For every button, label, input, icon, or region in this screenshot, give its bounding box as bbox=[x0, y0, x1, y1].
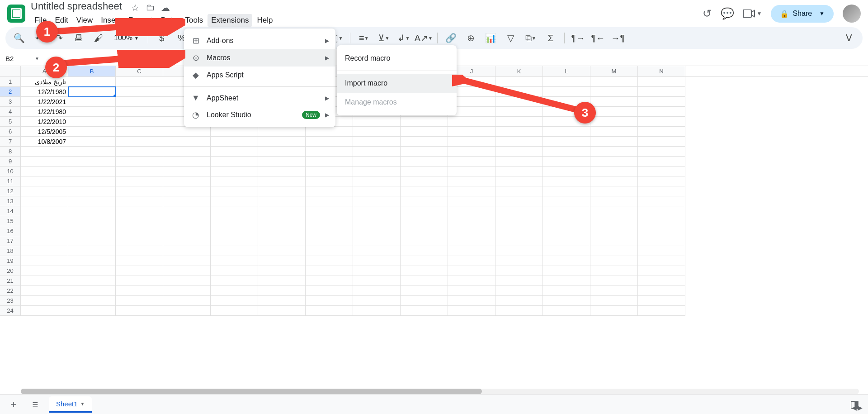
cell[interactable] bbox=[68, 157, 116, 167]
cell[interactable] bbox=[543, 236, 590, 246]
meet-button[interactable]: ▼ bbox=[743, 10, 762, 18]
cell[interactable] bbox=[258, 186, 306, 196]
cell[interactable] bbox=[258, 137, 306, 147]
cell[interactable] bbox=[401, 196, 448, 206]
cell[interactable] bbox=[401, 186, 448, 196]
row-header[interactable]: 2 bbox=[0, 87, 21, 97]
cell[interactable] bbox=[163, 147, 211, 157]
ext-menu-apps-script[interactable]: ◆Apps Script bbox=[184, 67, 335, 84]
cell[interactable] bbox=[116, 77, 163, 87]
ext-menu-appsheet[interactable]: ▼AppSheet▶ bbox=[184, 90, 335, 106]
cell[interactable] bbox=[353, 286, 401, 296]
comment-button[interactable]: ⊕ bbox=[463, 30, 479, 46]
cell[interactable] bbox=[68, 167, 116, 176]
cell[interactable] bbox=[353, 246, 401, 256]
row-header[interactable]: 12 bbox=[0, 186, 21, 196]
cell[interactable]: 1/22/2021 bbox=[21, 97, 68, 107]
cell[interactable] bbox=[401, 306, 448, 316]
cell[interactable] bbox=[401, 157, 448, 167]
cell[interactable] bbox=[116, 137, 163, 147]
cell[interactable] bbox=[116, 266, 163, 276]
cell[interactable] bbox=[68, 246, 116, 256]
cell[interactable] bbox=[258, 296, 306, 306]
row-header[interactable]: 20 bbox=[0, 266, 21, 276]
cell[interactable] bbox=[590, 196, 638, 206]
cell[interactable] bbox=[401, 216, 448, 226]
cell[interactable] bbox=[448, 246, 495, 256]
row-header[interactable]: 7 bbox=[0, 137, 21, 147]
macros-menu-record-macro[interactable]: Record macro bbox=[337, 49, 457, 68]
cell[interactable] bbox=[495, 186, 543, 196]
cell[interactable] bbox=[401, 226, 448, 236]
cell[interactable] bbox=[116, 216, 163, 226]
cell[interactable] bbox=[638, 147, 685, 157]
cell[interactable] bbox=[211, 186, 258, 196]
cell[interactable] bbox=[163, 137, 211, 147]
cell[interactable] bbox=[116, 276, 163, 286]
cell[interactable] bbox=[401, 117, 448, 127]
cell[interactable] bbox=[211, 157, 258, 167]
cell[interactable] bbox=[590, 107, 638, 117]
cell[interactable] bbox=[543, 246, 590, 256]
cell[interactable] bbox=[543, 256, 590, 266]
filter-button[interactable]: ▽ bbox=[503, 30, 519, 46]
cell[interactable] bbox=[495, 167, 543, 176]
cell[interactable] bbox=[590, 137, 638, 147]
sheets-logo[interactable] bbox=[7, 5, 25, 23]
cell[interactable] bbox=[211, 266, 258, 276]
cell[interactable] bbox=[21, 276, 68, 286]
cell[interactable] bbox=[163, 196, 211, 206]
cell[interactable] bbox=[495, 286, 543, 296]
cell[interactable] bbox=[68, 87, 116, 97]
cell[interactable] bbox=[306, 176, 353, 186]
cell[interactable] bbox=[21, 196, 68, 206]
row-header[interactable]: 14 bbox=[0, 206, 21, 216]
macros-menu-import-macro[interactable]: Import macro bbox=[337, 74, 457, 93]
cell[interactable] bbox=[401, 236, 448, 246]
cell[interactable] bbox=[306, 127, 353, 137]
cell[interactable]: 10/8/2007 bbox=[21, 137, 68, 147]
cell[interactable] bbox=[116, 117, 163, 127]
cell[interactable] bbox=[306, 266, 353, 276]
cell[interactable] bbox=[211, 176, 258, 186]
cell[interactable] bbox=[495, 196, 543, 206]
cell[interactable] bbox=[401, 276, 448, 286]
cell[interactable] bbox=[590, 77, 638, 87]
cell[interactable] bbox=[21, 236, 68, 246]
cell[interactable] bbox=[448, 157, 495, 167]
cell[interactable] bbox=[495, 127, 543, 137]
cell[interactable] bbox=[638, 286, 685, 296]
cell[interactable] bbox=[495, 256, 543, 266]
cell[interactable] bbox=[211, 196, 258, 206]
cell[interactable] bbox=[353, 196, 401, 206]
cell[interactable] bbox=[401, 127, 448, 137]
cell[interactable] bbox=[258, 216, 306, 226]
star-icon[interactable]: ☆ bbox=[131, 2, 139, 13]
row-header[interactable]: 6 bbox=[0, 127, 21, 137]
cell[interactable] bbox=[116, 236, 163, 246]
ext-menu-macros[interactable]: ⊙Macros▶ bbox=[184, 49, 335, 67]
cell[interactable] bbox=[353, 236, 401, 246]
cell[interactable] bbox=[258, 286, 306, 296]
cell[interactable] bbox=[638, 206, 685, 216]
cell[interactable] bbox=[21, 186, 68, 196]
cell[interactable] bbox=[448, 167, 495, 176]
cell[interactable] bbox=[543, 276, 590, 286]
rotate-button[interactable]: A↗ ▼ bbox=[415, 30, 432, 46]
cell[interactable] bbox=[448, 117, 495, 127]
cell[interactable] bbox=[211, 276, 258, 286]
cell[interactable] bbox=[306, 256, 353, 266]
all-sheets-button[interactable]: ≡ bbox=[27, 396, 43, 413]
cell[interactable] bbox=[306, 196, 353, 206]
cell[interactable] bbox=[68, 107, 116, 117]
v-align-button[interactable]: ⊻ ▼ bbox=[376, 30, 392, 46]
cell[interactable] bbox=[211, 127, 258, 137]
row-header[interactable]: 24 bbox=[0, 306, 21, 316]
cell[interactable] bbox=[258, 196, 306, 206]
cell[interactable] bbox=[258, 206, 306, 216]
cell[interactable] bbox=[353, 176, 401, 186]
cell[interactable] bbox=[306, 226, 353, 236]
cell[interactable] bbox=[590, 167, 638, 176]
cell[interactable]: 1/22/2010 bbox=[21, 117, 68, 127]
cell[interactable] bbox=[211, 246, 258, 256]
